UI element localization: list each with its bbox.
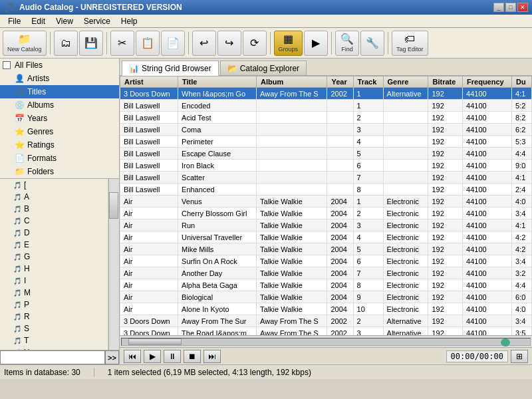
table-row[interactable]: Bill LaswellEnhanced8192441002:4 [120,184,532,196]
table-row[interactable]: Bill LaswellComa3192441006:2 [120,124,532,136]
col-header-du[interactable]: Du [512,76,532,88]
alpha-item-B[interactable]: 🎵B [0,203,108,215]
table-row[interactable]: Bill LaswellEscape Clause5192441004:4 [120,148,532,160]
tab-catalog-explorer[interactable]: 📂Catalog Explorer [220,61,307,75]
h-scroll-track[interactable] [121,338,531,346]
checkbox-all-files[interactable] [3,61,11,69]
table-row[interactable]: AirVenusTalkie Walkie20041Electronic1924… [120,196,532,207]
tab-string-grid[interactable]: 📊String Grid Browser [122,61,219,76]
sidebar-item-all-files[interactable]: All Files [0,59,119,72]
table-row[interactable]: AirCherry Blossom GirlTalkie Walkie20042… [120,207,532,219]
table-row[interactable]: AirAlpha Beta GagaTalkie Walkie20048Elec… [120,279,532,291]
table-row[interactable]: Bill LaswellAcid Test2192441008:2 [120,112,532,124]
alpha-icon-G: 🎵 [13,253,21,261]
alpha-item-M[interactable]: 🎵M [0,287,108,299]
col-header-bitrate[interactable]: Bitrate [428,76,463,88]
table-row[interactable]: AirAnother DayTalkie Walkie20047Electron… [120,267,532,279]
menu-item-view[interactable]: View [51,16,78,27]
alpha-item-P[interactable]: 🎵P [0,299,108,311]
transport-btn-⏮[interactable]: ⏮ [124,350,141,363]
alpha-item-G[interactable]: 🎵G [0,251,108,263]
cut-button[interactable]: ✂ [110,31,134,56]
menu-item-file[interactable]: File [3,16,26,27]
sidebar-item-titles[interactable]: 🎵Titles [0,85,119,98]
sidebar-item-folders[interactable]: 📁Folders [0,165,119,178]
menu-item-edit[interactable]: Edit [26,16,51,27]
col-header-album[interactable]: Album [257,76,327,88]
transport-icon[interactable]: ⊞ [511,350,528,363]
col-header-title[interactable]: Title [178,76,257,88]
col-header-genre[interactable]: Genre [383,76,428,88]
si-label-years: Years [27,114,47,123]
find-button[interactable]: 🔍Find [335,31,359,56]
table-row[interactable]: AirMike MillsTalkie Walkie20045Electroni… [120,243,532,255]
sidebar-item-albums[interactable]: 💿Albums [0,98,119,112]
search-input[interactable] [0,350,105,364]
table-row[interactable]: Bill LaswellEncoded1192441005:2 [120,100,532,112]
alpha-item-H[interactable]: 🎵H [0,263,108,275]
sidebar-item-ratings[interactable]: ⭐Ratings [0,138,119,152]
tag-editor-button[interactable]: 🏷Tag Editor [392,31,428,56]
sidebar-item-artists[interactable]: 👤Artists [0,72,119,85]
alpha-item-S[interactable]: 🎵S [0,323,108,334]
copy-button[interactable]: 📋 [136,31,160,56]
alpha-item-T[interactable]: 🎵T [0,334,108,346]
alpha-scrollbar-thumb[interactable] [109,192,118,219]
table-row[interactable]: Bill LaswellIron Black6192441009:0 [120,160,532,172]
transport-btn-⏭[interactable]: ⏭ [203,350,221,363]
transport-btn-⏸[interactable]: ⏸ [164,350,181,363]
table-row[interactable]: AirSurfin On A RockTalkie Walkie20046Ele… [120,255,532,267]
table-row[interactable]: Bill LaswellScatter7192441004:1 [120,172,532,184]
horizontal-scrollbar[interactable] [120,335,532,347]
alpha-item-A[interactable]: 🎵A [0,191,108,203]
open-button[interactable]: 🗂 [54,31,78,56]
tools-button[interactable]: 🔧 [360,31,384,56]
alpha-item-D[interactable]: 🎵D [0,227,108,239]
refresh-button[interactable]: ⟳ [243,31,267,56]
alpha-item-R[interactable]: 🎵R [0,311,108,323]
alpha-item-E[interactable]: 🎵E [0,239,108,251]
cell-20-4: 3 [353,327,383,336]
alpha-item-I[interactable]: 🎵I [0,275,108,287]
sidebar-item-years[interactable]: 📅Years [0,112,119,125]
col-header-frequency[interactable]: Frequency [463,76,512,88]
table-row[interactable]: Bill LaswellPerimeter4192441005:3 [120,136,532,148]
groups-button[interactable]: ▦Groups [274,31,303,56]
table-row[interactable]: AirBiologicalTalkie Walkie20049Electroni… [120,291,532,303]
table-row[interactable]: AirRunTalkie Walkie20043Electronic192441… [120,219,532,231]
redo-button[interactable]: ↪ [217,31,241,56]
minimize-button[interactable]: _ [493,3,504,12]
transport-btn-▶[interactable]: ▶ [144,350,161,363]
table-row[interactable]: 3 Doors DownWhen I&apos;m GoAway From Th… [120,88,532,100]
cell-15-8: 3:2 [512,267,532,279]
alpha-scrollbar[interactable] [108,179,119,350]
table-row[interactable]: 3 Doors DownThe Road I&apos;mAway From T… [120,327,532,336]
h-scroll-thumb[interactable] [128,338,182,345]
menu-item-help[interactable]: Help [116,16,143,27]
transport-bar: ⏮▶⏸⏹⏭00:00/00:00⊞ [120,347,532,364]
cell-19-1: Away From The Sur [178,315,257,327]
new-catalog-button[interactable]: 📁New Catalog [3,31,47,56]
cell-20-5: Alternative [383,327,428,336]
close-button[interactable]: ✕ [517,3,528,12]
si-label-folders: Folders [27,167,54,176]
save-button[interactable]: 💾 [79,31,103,56]
menu-item-service[interactable]: Service [78,16,116,27]
col-header-artist[interactable]: Artist [120,76,178,88]
paste-button[interactable]: 📄 [161,31,185,56]
alpha-item-C[interactable]: 🎵C [0,215,108,227]
transport-btn-⏹[interactable]: ⏹ [184,350,201,363]
undo-button[interactable]: ↩ [192,31,216,56]
play-green-button[interactable]: ▶ [304,31,328,56]
sidebar-item-genres[interactable]: ⭐Genres [0,125,119,138]
table-row[interactable]: AirUniversal TravellerTalkie Walkie20044… [120,231,532,243]
search-button[interactable]: >> [105,350,119,364]
alpha-item-[[interactable]: 🎵[ [0,179,108,191]
table-row[interactable]: 3 Doors DownAway From The SurAway From T… [120,315,532,327]
col-header-track[interactable]: Track [353,76,383,88]
col-header-year[interactable]: Year [327,76,353,88]
maximize-button[interactable]: □ [505,3,516,12]
table-row[interactable]: AirAlone In KyotoTalkie Walkie200410Elec… [120,303,532,315]
grid-container[interactable]: ArtistTitleAlbumYearTrackGenreBitrateFre… [120,76,532,335]
sidebar-item-formats[interactable]: 📄Formats [0,152,119,165]
